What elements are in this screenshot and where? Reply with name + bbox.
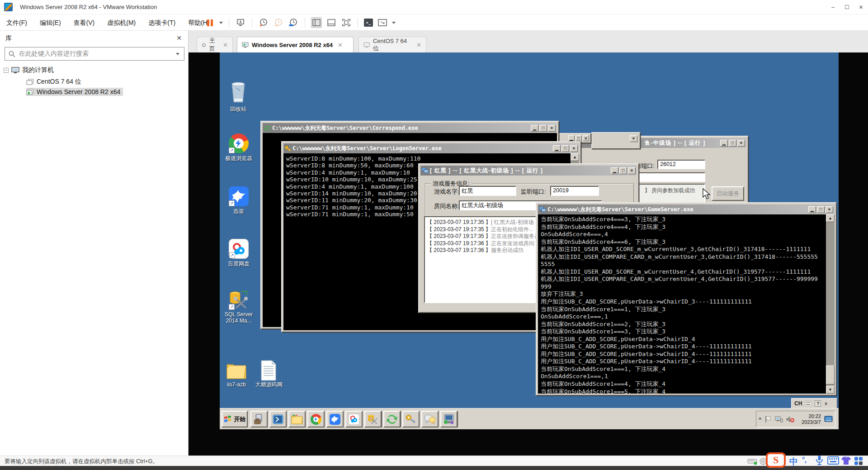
fit-guest-caret-icon[interactable]: [392, 22, 396, 24]
scroll-down-icon[interactable]: ▼: [826, 386, 835, 394]
close-icon[interactable]: ×: [583, 135, 589, 141]
start-button[interactable]: 开始: [222, 411, 248, 427]
maximize-icon[interactable]: □: [561, 145, 569, 152]
gameserver-console[interactable]: 当前玩家OnSubAddScore4===3, 下注玩家_3当前玩家OnSubA…: [538, 214, 835, 394]
scroll-up-icon[interactable]: ▲: [571, 153, 579, 161]
desktop-icon-baidu-pan[interactable]: ↗: [229, 239, 249, 259]
close-button[interactable]: ✕: [854, 0, 868, 14]
show-desktop-icon[interactable]: [824, 416, 833, 423]
desktop-icon-iis7-folder[interactable]: [226, 361, 247, 382]
close-icon[interactable]: ×: [570, 145, 578, 152]
desktop-icon-datang-doc[interactable]: [260, 360, 277, 383]
minimize-button[interactable]: –: [826, 0, 840, 14]
scroll-up-icon[interactable]: ▲: [826, 214, 835, 222]
menu-item[interactable]: 虚拟机(M): [101, 14, 142, 31]
fishing-room-field[interactable]: [634, 172, 705, 182]
show-hidden-icons-chevron[interactable]: ^: [759, 417, 761, 422]
port-field[interactable]: 20019: [550, 186, 599, 196]
taskbar-correspond[interactable]: [383, 411, 401, 427]
tab-close-icon[interactable]: ✕: [416, 42, 421, 48]
menu-item[interactable]: 编辑(E): [33, 14, 67, 31]
tree-item-centos[interactable]: CentOS 7 64 位: [26, 78, 81, 86]
ime-skin-icon[interactable]: [841, 456, 851, 465]
console-view-icon[interactable]: >_: [364, 19, 373, 27]
network-icon[interactable]: [775, 416, 783, 423]
desktop-icon-recycle-bin[interactable]: [228, 81, 248, 106]
taskbar-logonserver[interactable]: [402, 411, 420, 427]
fit-guest-icon[interactable]: [377, 17, 388, 28]
sogou-logo[interactable]: S: [766, 452, 786, 468]
taskbar-server-manager[interactable]: [250, 411, 268, 427]
maximize-icon[interactable]: □: [619, 167, 627, 174]
maximize-icon[interactable]: □: [539, 125, 547, 132]
close-icon[interactable]: ×: [628, 167, 636, 174]
fullscreen-icon[interactable]: [341, 17, 352, 28]
collapse-icon[interactable]: −: [4, 68, 9, 73]
tab-close-icon[interactable]: ✕: [338, 42, 343, 48]
taskbar-sql-tools[interactable]: [364, 411, 382, 427]
ime-keyboard-icon[interactable]: [827, 456, 839, 465]
minimize-icon[interactable]: ▁: [553, 145, 561, 152]
manage-snapshots-icon[interactable]: [288, 17, 299, 28]
logonserver-titlebar[interactable]: C:\wwwwww\永利无毒Server\Server\LogonServer.…: [283, 143, 579, 153]
tab-centos[interactable]: CentOS 7 64 位 ✕: [359, 37, 426, 52]
show-thumbnails-icon[interactable]: [326, 17, 337, 28]
taskbar-explorer[interactable]: [288, 411, 306, 427]
window-gameserver[interactable]: C:\wwwwww\永利无毒Server\Server\GameServer.e…: [536, 202, 837, 396]
taskbar-chat[interactable]: [421, 411, 439, 427]
ime-mic-icon[interactable]: [816, 455, 823, 465]
minimize-icon[interactable]: ▁: [808, 206, 816, 213]
close-icon[interactable]: ×: [737, 140, 745, 147]
take-snapshot-icon[interactable]: +: [258, 17, 269, 28]
library-close-icon[interactable]: ✕: [176, 34, 182, 42]
flag-icon[interactable]: [764, 416, 772, 423]
taskbar-gameserver[interactable]: [440, 411, 458, 427]
search-dropdown-icon[interactable]: [176, 53, 179, 55]
ime-menu-grid-icon[interactable]: [854, 456, 863, 465]
pause-icon[interactable]: [204, 17, 215, 28]
revert-snapshot-icon[interactable]: [273, 17, 284, 28]
tray-clock[interactable]: 20:22 2023/3/7: [802, 413, 821, 425]
taskbar-baidu-pan[interactable]: [345, 411, 363, 427]
minimize-icon[interactable]: ▁: [720, 140, 728, 147]
start-service-button[interactable]: 启动服务: [712, 186, 744, 201]
ime-punctuation-icon[interactable]: °,: [802, 456, 806, 464]
show-library-icon[interactable]: [311, 17, 322, 28]
language-bar[interactable]: CH ?: [791, 398, 837, 409]
language-indicator[interactable]: CH: [794, 400, 802, 407]
correspond-titlebar[interactable]: C:\wwwwww\永利无毒Server\Server\Correspond.e…: [263, 123, 557, 133]
tab-windows-server[interactable]: Windows Server 2008 R2 x64 ✕: [237, 37, 354, 52]
ime-mode-chinese[interactable]: 中: [789, 456, 798, 468]
volume-muted-icon[interactable]: [786, 416, 795, 423]
tree-item-my-computer[interactable]: − 我的计算机: [4, 66, 54, 74]
menu-item[interactable]: 查看(V): [67, 14, 101, 31]
desktop-icon-sql-server[interactable]: ↗: [229, 290, 249, 310]
desktop-icon-speed-browser[interactable]: ↗: [229, 133, 249, 153]
minimize-icon[interactable]: ▁: [531, 125, 538, 132]
tab-close-icon[interactable]: ✕: [223, 42, 228, 48]
tree-item-windows-server[interactable]: Windows Server 2008 R2 x64: [26, 88, 123, 96]
send-ctrl-alt-del-icon[interactable]: [235, 17, 246, 28]
menu-item[interactable]: 选项卡(T): [142, 14, 182, 31]
library-search-input[interactable]: 在此处键入内容进行搜索: [5, 47, 184, 61]
maximize-icon[interactable]: □: [729, 140, 736, 147]
taskbar-chrome[interactable]: [307, 411, 325, 427]
redblack-titlebar[interactable]: [ 红黑 ] -- [ 红黑大战-初级场 ] -- [ 运行 ] ▁ □ ×: [420, 166, 637, 176]
scrollbar[interactable]: ▲ ▼: [826, 214, 835, 394]
minimize-icon[interactable]: ▁: [611, 167, 618, 174]
tab-home[interactable]: 主页 ✕: [197, 37, 233, 52]
taskbar-powershell[interactable]: [269, 411, 287, 427]
gameserver-titlebar[interactable]: C:\wwwwww\永利无毒Server\Server\GameServer.e…: [538, 204, 835, 214]
vm-screen[interactable]: 回收站 ↗ 极速浏览器 ↗ 迅雷 ↗ 百度网盘: [220, 52, 839, 429]
menu-item[interactable]: 文件(F): [0, 14, 33, 31]
pause-caret-icon[interactable]: [219, 22, 223, 24]
taskbar-xunlei[interactable]: [326, 411, 344, 427]
maximize-button[interactable]: ☐: [840, 0, 854, 14]
maximize-icon[interactable]: □: [817, 206, 825, 213]
help-icon[interactable]: ?: [815, 400, 821, 407]
close-icon[interactable]: ×: [630, 135, 637, 142]
fishing-port-field[interactable]: 26012: [657, 160, 705, 169]
game-name-field[interactable]: 红黑: [459, 186, 516, 196]
close-icon[interactable]: ×: [548, 125, 556, 132]
keyboard-icon[interactable]: [805, 401, 812, 406]
